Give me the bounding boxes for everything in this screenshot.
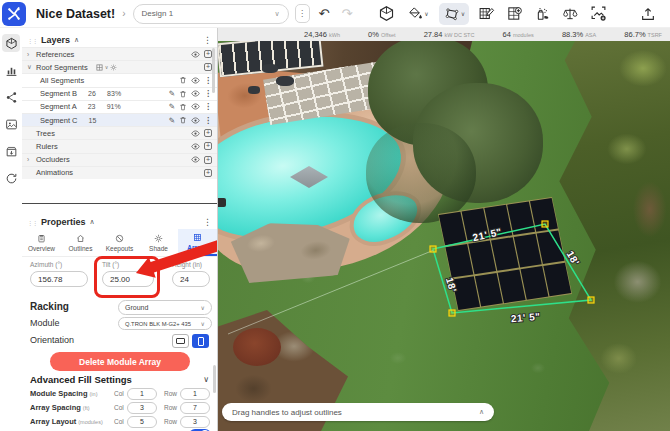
array-layout-row-input[interactable]: 3: [180, 416, 210, 428]
layer-row-rulers[interactable]: Rulers +: [22, 139, 217, 152]
undo-button[interactable]: ↶: [316, 4, 333, 24]
eye-icon[interactable]: [191, 129, 200, 138]
eye-icon[interactable]: [191, 116, 200, 125]
tab-keepouts[interactable]: Keepouts: [100, 229, 139, 256]
layer-row-roof-segments[interactable]: ∨ Roof Segments ∨ +: [22, 60, 217, 73]
tab-overview[interactable]: Overview: [22, 229, 61, 256]
properties-menu-icon[interactable]: ⋮: [203, 217, 212, 227]
expand-chevron-icon[interactable]: ›: [27, 156, 33, 163]
properties-scrollbar[interactable]: [213, 365, 216, 393]
module-select[interactable]: Q.TRON BLK M-G2+ 435∨: [118, 317, 212, 330]
eye-icon[interactable]: [191, 76, 200, 85]
layer-row-occluders[interactable]: › Occluders +: [22, 153, 217, 166]
app-logo-icon[interactable]: [2, 2, 26, 26]
row-menu-icon[interactable]: ⋮: [204, 102, 212, 111]
edit-pencil-icon[interactable]: ✎: [169, 116, 175, 125]
media-tab-button[interactable]: [2, 115, 20, 133]
sun-icon[interactable]: [110, 64, 117, 71]
module-grid[interactable]: [439, 198, 571, 310]
viewport-3d[interactable]: 21' 5" 18' 18' 21' 5" 24,346kWh 0%Offset…: [218, 28, 670, 431]
share-tab-button[interactable]: [2, 88, 20, 106]
layer-row-animations[interactable]: Animations +: [22, 166, 217, 179]
viewer-tab-button[interactable]: [2, 34, 20, 52]
row-menu-icon[interactable]: ⋮: [204, 89, 212, 98]
eye-icon[interactable]: [191, 102, 200, 111]
trash-icon[interactable]: [179, 90, 187, 98]
row-menu-icon[interactable]: ⋮: [204, 76, 212, 85]
add-layer-icon[interactable]: +: [204, 129, 212, 137]
orientation-landscape-button[interactable]: [172, 334, 189, 348]
tab-arrays[interactable]: Arrays: [178, 229, 217, 256]
edit-pencil-icon[interactable]: ✎: [169, 89, 175, 98]
array-spacing-row-input[interactable]: 7: [180, 402, 210, 414]
delete-module-array-button[interactable]: Delete Module Array: [50, 352, 190, 371]
redo-button[interactable]: ↷: [338, 4, 355, 24]
corner-handle[interactable]: [430, 246, 436, 252]
trash-icon[interactable]: [179, 116, 187, 124]
expand-chevron-icon[interactable]: ›: [27, 51, 33, 58]
module-array-overlay[interactable]: 21' 5" 18' 18' 21' 5": [218, 28, 670, 431]
tab-shade[interactable]: Shade: [139, 229, 178, 256]
design-selector[interactable]: Design 1 ∨: [133, 4, 289, 24]
add-layer-icon[interactable]: +: [204, 50, 212, 58]
drag-handle-icon[interactable]: ⋮⋮: [27, 219, 37, 226]
paint-bucket-tool-button[interactable]: ∨: [403, 3, 433, 25]
orientation-portrait-button[interactable]: [192, 334, 209, 348]
trash-icon[interactable]: [179, 76, 187, 84]
layer-row-segment-a[interactable]: Segment A 23 91% ✎ ⋮: [22, 100, 217, 113]
cube-3d-tool-button[interactable]: [375, 3, 397, 25]
layers-scrollbar[interactable]: [212, 48, 215, 93]
eye-icon[interactable]: [191, 50, 200, 59]
add-layer-icon[interactable]: +: [204, 169, 212, 177]
tab-outlines[interactable]: Outlines: [61, 229, 100, 256]
design-menu-button[interactable]: ⋮: [295, 4, 310, 23]
grid-option-icon[interactable]: [96, 64, 103, 71]
upload-button[interactable]: [636, 3, 660, 25]
layer-row-segment-c[interactable]: Segment C 15 ✎ ⋮: [22, 113, 217, 126]
snapshot-tool-button[interactable]: [587, 3, 609, 25]
layer-row-segment-b[interactable]: Segment B 26 83% ✎ ⋮: [22, 87, 217, 100]
eye-icon[interactable]: [191, 89, 200, 98]
layer-row-references[interactable]: › References +: [22, 47, 217, 60]
spray-tool-button[interactable]: [531, 3, 553, 25]
history-tab-button[interactable]: [2, 169, 20, 187]
expand-chevron-icon[interactable]: ∨: [27, 63, 33, 71]
racking-select[interactable]: Ground∨: [118, 300, 212, 315]
charts-tab-button[interactable]: [2, 61, 20, 79]
collapse-chevron-icon[interactable]: ∧: [90, 218, 95, 226]
eye-icon[interactable]: [191, 142, 200, 151]
corner-handle[interactable]: [588, 297, 594, 303]
height-input[interactable]: 24: [172, 271, 210, 287]
layers-menu-icon[interactable]: ⋮: [203, 35, 212, 45]
corner-handle[interactable]: [542, 221, 548, 227]
fill-modules-tool-button[interactable]: [503, 3, 525, 25]
viewport-hint-dropdown[interactable]: Drag handles to adjust outlines ∧: [222, 403, 494, 421]
azimuth-input[interactable]: 156.78: [30, 271, 88, 287]
eye-icon[interactable]: [191, 155, 200, 164]
layers-header[interactable]: ⋮⋮ Layers ∧ ⋮: [22, 33, 217, 47]
advanced-fill-settings-header[interactable]: Advanced Fill Settings ∨: [30, 373, 209, 385]
trash-icon[interactable]: [179, 103, 187, 111]
row-menu-icon[interactable]: ⋮: [204, 116, 212, 125]
add-layer-icon[interactable]: +: [204, 156, 212, 164]
array-spacing-col-input[interactable]: 3: [127, 402, 157, 414]
layer-row-all-segments[interactable]: All Segments ⋮: [22, 73, 217, 86]
module-array[interactable]: [438, 197, 572, 311]
corner-handle[interactable]: [449, 310, 455, 316]
draw-array-tool-button[interactable]: ∨: [439, 3, 469, 25]
edit-modules-tool-button[interactable]: [475, 3, 497, 25]
array-layout-col-input[interactable]: 5: [127, 416, 157, 428]
add-layer-icon[interactable]: +: [204, 142, 212, 150]
module-spacing-row-input[interactable]: 1: [180, 388, 210, 400]
module-spacing-col-input[interactable]: 1: [127, 388, 157, 400]
properties-header[interactable]: ⋮⋮ Properties ∧ ⋮: [22, 215, 217, 229]
layer-row-trees[interactable]: Trees +: [22, 126, 217, 139]
drag-handle-icon[interactable]: ⋮⋮: [27, 37, 37, 44]
panel-collapse-handle[interactable]: [218, 198, 226, 207]
collapse-chevron-icon[interactable]: ∧: [74, 36, 79, 44]
add-segment-icon[interactable]: +: [204, 63, 212, 71]
tilt-input[interactable]: 25.00: [102, 271, 154, 287]
exports-tab-button[interactable]: [2, 142, 20, 160]
scales-tool-button[interactable]: [559, 3, 581, 25]
edit-pencil-icon[interactable]: ✎: [169, 102, 175, 111]
